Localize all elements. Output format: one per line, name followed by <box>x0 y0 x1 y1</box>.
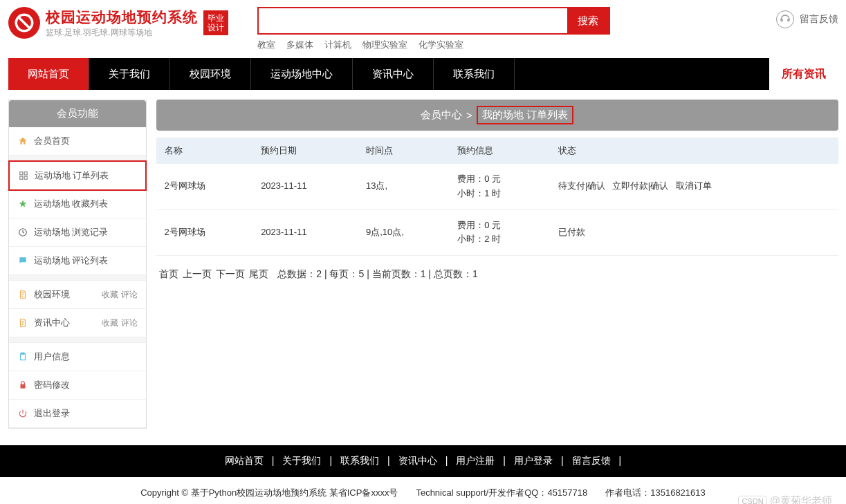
order-table: 名称预约日期时间点预约信息状态 2号网球场2023-11-1113点,费用：0 … <box>156 138 838 256</box>
breadcrumb-parent[interactable]: 会员中心 <box>421 109 462 122</box>
sidebar-item-label: 会员首页 <box>34 135 70 147</box>
search-quick-link[interactable]: 多媒体 <box>286 39 313 50</box>
footer-link[interactable]: 联系我们 <box>340 455 379 466</box>
footer-link[interactable]: 留言反馈 <box>572 455 611 466</box>
row-action[interactable]: 立即付款|确认 <box>612 180 668 191</box>
sidebar-sub-links: 收藏评论 <box>99 317 138 329</box>
header: 校园运动场地预约系统 篮球.足球.羽毛球.网球等场地 毕业设计 搜索 教室多媒体… <box>8 0 838 58</box>
svg-rect-3 <box>24 176 27 179</box>
feedback-link[interactable]: 留言反馈 <box>776 7 838 28</box>
sidebar-item[interactable]: 退出登录 <box>9 400 146 428</box>
sidebar-item[interactable]: 密码修改 <box>9 371 146 400</box>
footer-nav: 网站首页|关于我们|联系我们|资讯中心|用户注册|用户登录|留言反馈| <box>0 445 846 477</box>
search-quick-link[interactable]: 化学实验室 <box>419 39 463 50</box>
doc-icon <box>17 289 28 300</box>
nav-item[interactable]: 校园环境 <box>170 58 251 90</box>
nav-item[interactable]: 关于我们 <box>89 58 170 90</box>
footer-link[interactable]: 网站首页 <box>225 455 264 466</box>
copyright: Copyright © 基于Python校园运动场地预约系统 某省ICP备xxx… <box>0 477 846 504</box>
lock-icon <box>17 380 28 391</box>
footer-separator: | <box>445 455 448 466</box>
table-cell-status: 已付款 <box>550 209 838 256</box>
sidebar-item[interactable]: 校园环境收藏评论 <box>9 281 146 309</box>
sidebar-item[interactable]: 会员首页 <box>9 127 146 156</box>
history-icon <box>17 227 28 238</box>
logo-area: 校园运动场地预约系统 篮球.足球.羽毛球.网球等场地 毕业设计 <box>8 7 257 39</box>
status-text: 待支付|确认 <box>558 180 605 191</box>
table-cell-info: 费用：0 元小时：2 时 <box>449 209 550 256</box>
nav-item[interactable]: 网站首页 <box>8 58 89 90</box>
nav-item[interactable]: 运动场地中心 <box>251 58 353 90</box>
search-input[interactable] <box>259 8 567 33</box>
sidebar-sub-link[interactable]: 评论 <box>121 318 138 328</box>
breadcrumb-separator: > <box>466 109 472 121</box>
sidebar-item-label: 运动场地 收藏列表 <box>34 198 109 210</box>
sidebar-item-label: 运动场地 订单列表 <box>35 169 109 182</box>
sidebar-sub-link[interactable]: 收藏 <box>102 318 118 328</box>
sidebar-item-label: 运动场地 浏览记录 <box>34 226 109 239</box>
pagination-link[interactable]: 首页 <box>159 268 178 279</box>
logo-icon <box>8 7 40 39</box>
footer-link[interactable]: 用户登录 <box>514 455 553 466</box>
sidebar-item[interactable]: 运动场地 订单列表 <box>8 160 147 191</box>
nav-item[interactable]: 资讯中心 <box>353 58 434 90</box>
footer-link[interactable]: 用户注册 <box>456 455 495 466</box>
footer-link[interactable]: 资讯中心 <box>398 455 437 466</box>
watermark-text: @黄菊华老师 <box>770 494 832 504</box>
table-row: 2号网球场2023-11-119点,10点,费用：0 元小时：2 时已付款 <box>156 209 838 256</box>
sidebar-item[interactable]: 用户信息 <box>9 343 146 371</box>
sidebar-sub-link[interactable]: 收藏 <box>102 290 118 299</box>
comment-icon <box>17 255 28 266</box>
sidebar-item-label: 资讯中心 <box>34 317 70 329</box>
sidebar-item-label: 运动场地 评论列表 <box>34 254 109 267</box>
doc-icon <box>17 317 28 328</box>
search-quick-links: 教室多媒体计算机物理实验室化学实验室 <box>257 39 776 51</box>
search-button[interactable]: 搜索 <box>567 8 609 33</box>
brand-subtitle: 篮球.足球.羽毛球.网球等场地 <box>46 27 198 39</box>
sidebar-item-label: 用户信息 <box>34 351 70 363</box>
sidebar-item-label: 密码修改 <box>34 379 70 391</box>
table-cell: 9点,10点, <box>358 209 449 256</box>
watermark: CSDN @黄菊华老师 <box>738 494 832 504</box>
sidebar-item[interactable]: 资讯中心收藏评论 <box>9 309 146 337</box>
pagination: 首页上一页下一页尾页 总数据：2 | 每页：5 | 当前页数：1 | 总页数：1 <box>156 268 838 281</box>
footer-separator: | <box>272 455 275 466</box>
feedback-label: 留言反馈 <box>800 13 838 26</box>
row-action[interactable]: 取消订单 <box>676 180 712 191</box>
search-area: 搜索 教室多媒体计算机物理实验室化学实验室 <box>257 7 776 51</box>
sidebar-item[interactable]: 运动场地 收藏列表 <box>9 190 146 218</box>
table-cell: 13点, <box>358 164 449 209</box>
status-text: 已付款 <box>558 227 585 237</box>
content-area: 会员中心 > 我的场地 订单列表 名称预约日期时间点预约信息状态 2号网球场20… <box>156 100 838 281</box>
nav-item[interactable]: 联系我们 <box>434 58 515 90</box>
pagination-link[interactable]: 下一页 <box>216 268 245 279</box>
footer-separator: | <box>561 455 564 466</box>
sidebar-item[interactable]: 运动场地 评论列表 <box>9 247 146 275</box>
table-cell-status: 待支付|确认 立即付款|确认 取消订单 <box>550 164 838 209</box>
footer-link[interactable]: 关于我们 <box>282 455 321 466</box>
sidebar-item[interactable]: 运动场地 浏览记录 <box>9 218 146 247</box>
footer-separator: | <box>619 455 622 466</box>
search-quick-link[interactable]: 教室 <box>257 39 275 50</box>
sidebar-separator <box>9 275 146 281</box>
svg-rect-1 <box>24 172 27 175</box>
headset-icon <box>776 10 794 28</box>
breadcrumb: 会员中心 > 我的场地 订单列表 <box>156 100 838 131</box>
power-icon <box>17 408 28 419</box>
watermark-logo: CSDN <box>738 496 766 504</box>
search-quick-link[interactable]: 物理实验室 <box>362 39 407 50</box>
table-cell: 2号网球场 <box>156 164 253 209</box>
table-header: 名称 <box>156 138 253 164</box>
breadcrumb-current: 我的场地 订单列表 <box>477 106 573 124</box>
search-quick-link[interactable]: 计算机 <box>324 39 351 50</box>
table-cell: 2号网球场 <box>156 209 253 256</box>
table-cell-info: 费用：0 元小时：1 时 <box>449 164 550 209</box>
sidebar-sub-links: 收藏评论 <box>99 289 138 301</box>
table-header: 预约信息 <box>449 138 550 164</box>
svg-rect-0 <box>19 172 22 175</box>
pagination-link[interactable]: 上一页 <box>183 268 212 279</box>
sidebar-sub-link[interactable]: 评论 <box>121 290 138 299</box>
nav-all-news[interactable]: 所有资讯 <box>769 58 838 90</box>
table-header: 状态 <box>550 138 838 164</box>
pagination-link[interactable]: 尾页 <box>249 268 268 279</box>
